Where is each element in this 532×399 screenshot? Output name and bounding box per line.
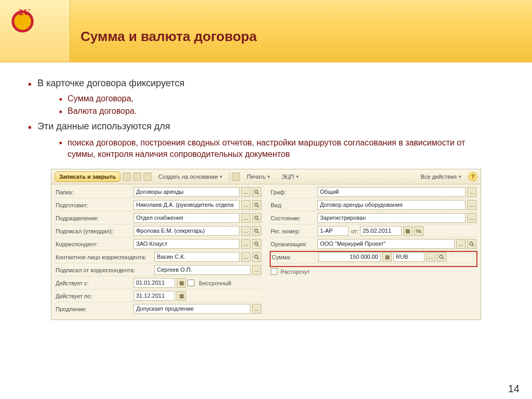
export-icon[interactable] bbox=[143, 172, 152, 181]
svg-line-16 bbox=[473, 245, 474, 246]
sub-bullet-sum: Сумма договора, bbox=[59, 94, 504, 103]
contact-select-btn[interactable]: ... bbox=[241, 252, 250, 262]
org-field[interactable]: ООО "Меркурий Проект" bbox=[317, 239, 455, 249]
state-select-btn[interactable]: ... bbox=[467, 213, 476, 223]
to-field[interactable]: 31.12.2011 bbox=[134, 291, 175, 301]
from-cal-btn[interactable]: ▦ bbox=[177, 278, 186, 288]
svg-point-11 bbox=[255, 242, 258, 245]
logo-1c: 1C ® bbox=[9, 9, 54, 38]
svg-line-18 bbox=[443, 258, 444, 259]
dept-select-btn[interactable]: ... bbox=[241, 213, 250, 223]
contact-label: Контактное лицо корреспондента: bbox=[56, 254, 154, 260]
folder-field[interactable]: Договоры аренды bbox=[134, 187, 240, 197]
signed-field[interactable]: Сергеев О.П. bbox=[154, 265, 250, 275]
org-select-btn[interactable]: ... bbox=[456, 239, 466, 249]
kind-select-btn[interactable]: ... bbox=[467, 200, 476, 210]
sum-calc-btn[interactable]: ▦ bbox=[382, 252, 392, 262]
sum-highlight: Сумма: 150 000,00 ▦ RUB ... bbox=[270, 251, 477, 267]
svg-point-9 bbox=[255, 229, 258, 232]
state-field[interactable]: Зарегистрирован bbox=[317, 213, 466, 223]
sum-field[interactable]: 150 000,00 bbox=[318, 252, 381, 262]
list-icon[interactable] bbox=[133, 172, 141, 181]
num-btn[interactable]: № bbox=[414, 226, 423, 236]
header-band: 1C ® Сумма и валюта договора bbox=[0, 0, 532, 62]
left-column: Папка: Договоры аренды ... Подготовил: Н… bbox=[56, 187, 261, 316]
save-icon[interactable] bbox=[123, 172, 131, 181]
approved-search-btn[interactable] bbox=[252, 226, 261, 236]
perpetual-checkbox[interactable] bbox=[188, 280, 194, 286]
svg-line-12 bbox=[258, 245, 259, 246]
grif-field[interactable]: Общий bbox=[317, 187, 466, 197]
prolong-select-btn[interactable]: ... bbox=[252, 304, 261, 314]
terminated-label: Расторгнут bbox=[281, 269, 310, 275]
sub-bullet-usage: поиска договоров, построения сводных отч… bbox=[59, 137, 488, 159]
kind-label: Вид: bbox=[271, 202, 317, 208]
bullet-1: В карточке договора фиксируется Сумма до… bbox=[28, 78, 504, 116]
state-label: Состояние: bbox=[271, 215, 317, 221]
svg-point-13 bbox=[255, 255, 258, 258]
regdate-cal-btn[interactable]: ▦ bbox=[403, 226, 413, 236]
grif-select-btn[interactable]: ... bbox=[467, 187, 476, 197]
prepared-field[interactable]: Николаев Д.А. (руководитель отдела bbox=[134, 200, 240, 210]
ecp-button[interactable]: ЭЦП bbox=[277, 171, 303, 182]
to-label: Действует по: bbox=[56, 293, 134, 299]
svg-line-10 bbox=[258, 232, 259, 233]
svg-point-5 bbox=[255, 203, 258, 206]
page-number: 14 bbox=[508, 383, 520, 395]
perpetual-label: Бессрочный bbox=[199, 280, 231, 286]
currency-field[interactable]: RUB bbox=[393, 252, 424, 262]
prepared-search-btn[interactable] bbox=[252, 200, 261, 210]
corr-select-btn[interactable]: ... bbox=[241, 239, 250, 249]
currency-select-btn[interactable]: ... bbox=[426, 252, 435, 262]
approved-label: Подписал (утвердил): bbox=[56, 228, 134, 234]
svg-line-8 bbox=[258, 219, 259, 220]
dept-field[interactable]: Отдел снабжения bbox=[134, 213, 240, 223]
org-search-btn[interactable] bbox=[467, 239, 476, 249]
corr-field[interactable]: ЗАО Клауст bbox=[134, 239, 240, 249]
to-cal-btn[interactable]: ▦ bbox=[177, 291, 186, 301]
print-button[interactable]: Печать bbox=[242, 171, 275, 182]
grif-label: Гриф: bbox=[271, 189, 317, 195]
prolong-field[interactable]: Допускает продление bbox=[134, 304, 250, 314]
folder-search-btn[interactable] bbox=[252, 187, 261, 197]
slide-title: Сумма и валюта договора bbox=[81, 29, 257, 45]
regdate-field[interactable]: 25.02.2011 bbox=[360, 226, 402, 236]
from-field[interactable]: 01.01.2011 bbox=[134, 278, 175, 288]
form-toolbar: Записать и закрыть Создать на основании … bbox=[51, 169, 481, 184]
print-icon[interactable] bbox=[232, 172, 240, 181]
currency-search-btn[interactable] bbox=[437, 252, 446, 262]
terminated-checkbox[interactable] bbox=[271, 268, 277, 275]
svg-text:1C: 1C bbox=[18, 9, 31, 17]
kind-field[interactable]: Договор аренды оборудования bbox=[317, 200, 466, 210]
signed-label: Подписал от корреспондента: bbox=[56, 267, 154, 273]
right-column: Гриф: Общий ... Вид: Договор аренды обор… bbox=[271, 187, 476, 316]
svg-point-3 bbox=[255, 190, 258, 193]
signed-select-btn[interactable]: ... bbox=[252, 265, 261, 275]
dept-search-btn[interactable] bbox=[252, 213, 261, 223]
contact-field[interactable]: Васин С.К. bbox=[154, 252, 240, 262]
approved-field[interactable]: Фролова Е.М. (секретарь) bbox=[134, 226, 240, 236]
prolong-label: Продление: bbox=[56, 306, 134, 312]
folder-select-btn[interactable]: ... bbox=[241, 187, 250, 197]
help-button[interactable]: ? bbox=[468, 172, 477, 181]
prepared-label: Подготовил: bbox=[56, 202, 134, 208]
svg-point-17 bbox=[440, 255, 443, 258]
content-area: В карточке договора фиксируется Сумма до… bbox=[0, 62, 532, 320]
bullet-2: Эти данные используются для поиска догов… bbox=[28, 121, 504, 159]
svg-line-4 bbox=[258, 193, 259, 194]
approved-select-btn[interactable]: ... bbox=[241, 226, 250, 236]
regno-label: Рег. номер: bbox=[271, 228, 317, 234]
from-label: Действует с: bbox=[56, 280, 134, 286]
all-actions-button[interactable]: Все действия bbox=[416, 171, 466, 182]
save-close-button[interactable]: Записать и закрыть bbox=[55, 171, 121, 182]
svg-line-6 bbox=[258, 206, 259, 207]
contract-form: Записать и закрыть Создать на основании … bbox=[51, 169, 481, 320]
prepared-select-btn[interactable]: ... bbox=[241, 200, 250, 210]
create-on-basis-button[interactable]: Создать на основании bbox=[154, 171, 227, 182]
svg-point-7 bbox=[255, 216, 258, 219]
bullet-1-text: В карточке договора фиксируется bbox=[37, 78, 184, 88]
regno-field[interactable]: 1-АР bbox=[317, 226, 349, 236]
contact-search-btn[interactable] bbox=[252, 252, 261, 262]
dept-label: Подразделение: bbox=[56, 215, 134, 221]
corr-search-btn[interactable] bbox=[252, 239, 261, 249]
